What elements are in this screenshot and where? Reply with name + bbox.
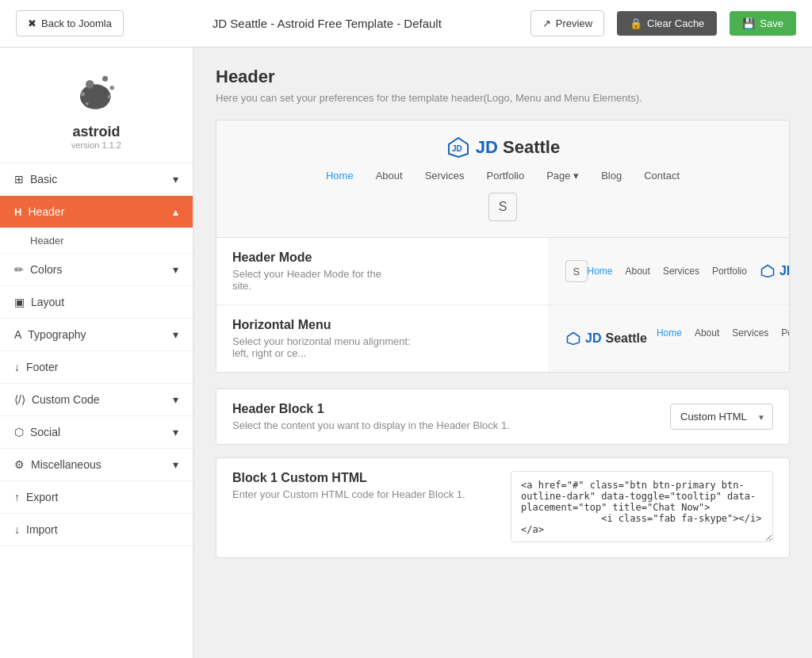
sidebar-item-miscellaneous[interactable]: ⚙ Miscellaneous bbox=[0, 449, 193, 481]
header-icon: H bbox=[14, 206, 21, 218]
content-header: Header Here you can set your preferences… bbox=[216, 67, 790, 104]
nav-item-page: Page ▾ bbox=[546, 170, 579, 182]
main-layout: astroid version 1.1.2 ⊞ Basic H Header bbox=[0, 48, 812, 658]
sidebar-item-basic[interactable]: ⊞ Basic bbox=[0, 163, 193, 196]
layout-icon: ▣ bbox=[14, 296, 25, 308]
mini-nav-services: Services bbox=[663, 266, 699, 277]
svg-point-4 bbox=[80, 92, 84, 96]
sidebar-item-label: Colors bbox=[30, 263, 62, 276]
sidebar-item-layout[interactable]: ▣ Layout bbox=[0, 286, 193, 319]
typography-icon: A bbox=[14, 328, 21, 341]
header-block-icon: S bbox=[488, 193, 517, 221]
header-preview-main: JD JDSeattle Home About Services Portfol… bbox=[216, 121, 789, 237]
header-mode-left: Header Mode Select your Header Mode for … bbox=[216, 238, 550, 304]
footer-icon: ↓ bbox=[14, 361, 20, 373]
back-to-joomla-button[interactable]: ✖ Back to Joomla bbox=[16, 10, 124, 36]
social-icon: ⬡ bbox=[14, 426, 24, 438]
block1-html-textarea[interactable]: <a href="#" class="btn btn-primary btn-o… bbox=[511, 471, 773, 542]
block1-html-right: <a href="#" class="btn btn-primary btn-o… bbox=[511, 471, 773, 545]
sidebar-item-social[interactable]: ⬡ Social bbox=[0, 416, 193, 449]
skype-icon: S bbox=[499, 200, 508, 214]
sidebar-item-label: Basic bbox=[30, 173, 57, 186]
svg-text:JD: JD bbox=[452, 144, 462, 153]
svg-marker-10 bbox=[568, 333, 580, 345]
header-block1-row: Header Block 1 Select the content you wa… bbox=[216, 389, 789, 444]
sidebar-item-label: Header bbox=[28, 205, 64, 218]
mini-jd-icon bbox=[760, 264, 776, 278]
svg-point-1 bbox=[86, 80, 94, 89]
chevron-down-icon bbox=[173, 393, 178, 406]
horizontal-menu-preview: JDSeattle Home About Services Portfolio … bbox=[550, 305, 790, 372]
sidebar-item-footer[interactable]: ↓ Footer bbox=[0, 351, 193, 384]
sidebar-item-typography[interactable]: A Typography bbox=[0, 319, 193, 351]
page-title: JD Seattle - Astroid Free Template - Def… bbox=[213, 17, 442, 30]
header-mode-overlay: Header Mode Select your Header Mode for … bbox=[216, 237, 789, 304]
save-icon: 💾 bbox=[742, 17, 755, 29]
jd-logo-icon: JD bbox=[446, 136, 471, 159]
preview-navigation: Home About Services Portfolio Page ▾ Blo… bbox=[326, 170, 680, 182]
svg-point-5 bbox=[107, 95, 110, 98]
import-icon: ↓ bbox=[14, 523, 20, 536]
save-button[interactable]: 💾 Save bbox=[730, 11, 796, 36]
misc-icon: ⚙ bbox=[14, 458, 25, 471]
preview-icon: ↗ bbox=[542, 17, 551, 29]
header-block1-section: Header Block 1 Select the content you wa… bbox=[216, 388, 790, 445]
colors-icon: ✏ bbox=[14, 263, 24, 276]
astroid-logo-svg bbox=[69, 63, 124, 119]
sidebar-navigation: ⊞ Basic H Header Header ✏ Colo bbox=[0, 163, 193, 658]
svg-point-6 bbox=[86, 102, 89, 105]
horizontal-menu-desc: Select your horizontal menu alignment:le… bbox=[232, 335, 533, 359]
nav-item-blog: Blog bbox=[601, 170, 622, 182]
sidebar-item-custom-code[interactable]: ⟨/⟩ Custom Code bbox=[0, 384, 193, 416]
logo-name: astroid bbox=[72, 124, 120, 140]
block1-custom-html-row: Block 1 Custom HTML Enter your Custom HT… bbox=[216, 458, 789, 557]
sidebar-item-label: Layout bbox=[31, 296, 64, 308]
sidebar-item-import[interactable]: ↓ Import bbox=[0, 514, 193, 546]
mini-nav-about: About bbox=[626, 266, 650, 277]
block1-html-left: Block 1 Custom HTML Enter your Custom HT… bbox=[232, 471, 495, 545]
logo-version: version 1.1.2 bbox=[71, 140, 121, 150]
header-mode-mini-logo: JDSeattle bbox=[760, 264, 790, 278]
chevron-up-icon bbox=[173, 205, 178, 218]
header-block1-left: Header Block 1 Select the content you wa… bbox=[232, 402, 654, 431]
svg-point-2 bbox=[102, 76, 108, 82]
sidebar-item-colors[interactable]: ✏ Colors bbox=[0, 254, 193, 286]
sidebar-item-label: Footer bbox=[26, 361, 58, 373]
svg-point-3 bbox=[109, 86, 113, 90]
horizontal-mini-nav: Home About Services Portfolio Page ▾ Blo… bbox=[657, 327, 790, 350]
header-preview-card: JD JDSeattle Home About Services Portfol… bbox=[216, 120, 790, 373]
horizontal-mini-logo: JDSeattle bbox=[565, 331, 647, 346]
page-heading: Header bbox=[216, 67, 790, 87]
sidebar-item-label: Export bbox=[26, 491, 58, 503]
sidebar-logo: astroid version 1.1.2 bbox=[0, 48, 193, 163]
header-block1-right: Custom HTML None Module bbox=[670, 404, 773, 430]
sidebar-item-export[interactable]: ↑ Export bbox=[0, 481, 193, 514]
nav-item-services: Services bbox=[425, 170, 465, 182]
back-icon: ✖ bbox=[28, 17, 36, 29]
chevron-down-icon bbox=[173, 173, 178, 186]
mini-nav-portfolio: Portfolio bbox=[712, 266, 747, 277]
block1-html-desc: Enter your Custom HTML code for Header B… bbox=[232, 488, 495, 500]
header-mode-preview: S Home About Services Portfolio J bbox=[550, 238, 790, 304]
export-icon: ↑ bbox=[14, 491, 20, 503]
block1-html-title: Block 1 Custom HTML bbox=[232, 471, 495, 485]
sidebar: astroid version 1.1.2 ⊞ Basic H Header bbox=[0, 48, 193, 658]
content-area: Header Here you can set your preferences… bbox=[193, 48, 812, 658]
clear-cache-button[interactable]: 🔒 Clear Cache bbox=[617, 11, 717, 36]
svg-point-0 bbox=[80, 84, 111, 109]
nav-item-about: About bbox=[376, 170, 403, 182]
header-block1-desc: Select the content you want to display i… bbox=[232, 419, 654, 431]
header-block1-dropdown[interactable]: Custom HTML None Module bbox=[670, 404, 773, 430]
chevron-down-icon bbox=[173, 426, 178, 438]
horizontal-menu-row: Horizontal Menu Select your horizontal m… bbox=[216, 304, 789, 372]
sidebar-item-header[interactable]: H Header bbox=[0, 196, 193, 228]
sidebar-sub-item-header[interactable]: Header bbox=[0, 228, 193, 254]
nav-item-portfolio: Portfolio bbox=[487, 170, 525, 182]
preview-button[interactable]: ↗ Preview bbox=[530, 10, 604, 36]
basic-icon: ⊞ bbox=[14, 173, 24, 186]
nav-item-contact: Contact bbox=[644, 170, 680, 182]
horizontal-jd-icon bbox=[565, 331, 581, 346]
preview-logo: JD JDSeattle bbox=[446, 136, 560, 159]
sidebar-item-label: Social bbox=[30, 426, 60, 438]
header-block1-dropdown-wrap: Custom HTML None Module bbox=[670, 404, 773, 430]
